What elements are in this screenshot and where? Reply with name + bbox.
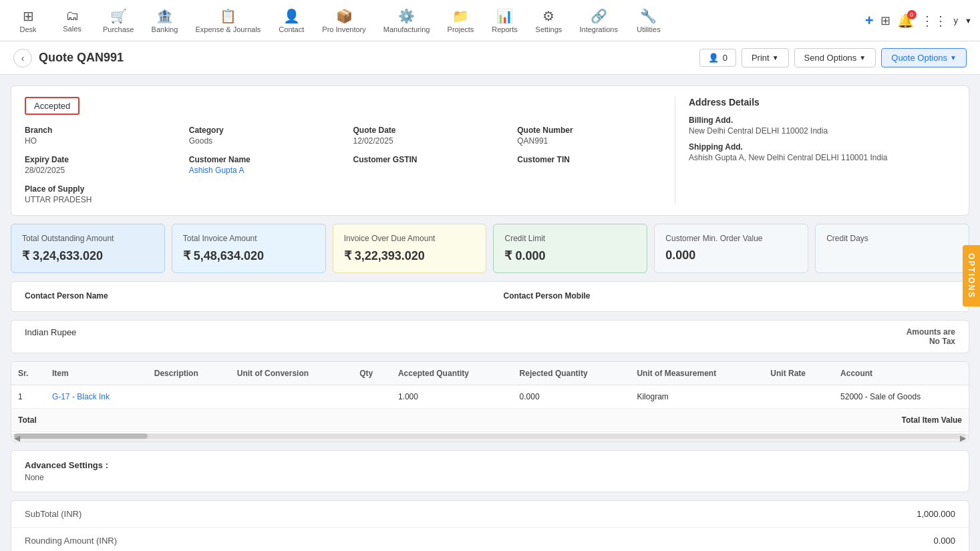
nav-banking-label: Banking <box>152 25 178 33</box>
person-count: 0 <box>723 53 727 63</box>
table-header-row: Sr. Item Description Unit of Conversion … <box>11 362 969 385</box>
col-accepted-qty: Accepted Quantity <box>391 362 513 385</box>
nav-purchase-label: Purchase <box>103 25 134 33</box>
notification-btn[interactable]: 🔔 0 <box>897 13 914 29</box>
nav-settings-label: Settings <box>536 25 562 33</box>
nav-desk-label: Desk <box>19 25 36 33</box>
row-sr: 1 <box>11 385 45 409</box>
nav-projects[interactable]: 📁 Projects <box>440 4 480 37</box>
desk-icon: ⊞ <box>23 8 34 24</box>
col-sr: Sr. <box>11 362 45 385</box>
shipping-value: Ashish Gupta A, New Delhi Central DELHI … <box>689 153 955 162</box>
scrollbar-track <box>14 433 966 439</box>
customer-gstin-field: Customer GSTIN <box>353 155 511 175</box>
col-description: Description <box>148 362 230 385</box>
table-scrollbar[interactable]: ◀ ▶ <box>11 433 969 441</box>
quote-date-field: Quote Date 12/02/2025 <box>353 126 511 146</box>
send-options-chevron: ▼ <box>859 54 866 61</box>
scroll-left-arrow[interactable]: ◀ <box>11 433 23 442</box>
scroll-right-arrow[interactable]: ▶ <box>957 433 969 442</box>
page-header-right: 👤 0 Print ▼ Send Options ▼ Quote Options… <box>699 48 967 67</box>
nav-desk[interactable]: ⊞ Desk <box>8 4 48 37</box>
settings-icon: ⚙ <box>542 8 554 24</box>
customer-name-value[interactable]: Ashish Gupta A <box>189 166 347 175</box>
card-invoice-overdue-label: Invoice Over Due Amount <box>344 234 476 243</box>
nav-purchase[interactable]: 🛒 Purchase <box>96 4 140 37</box>
nav-expense[interactable]: 📋 Expense & Journals <box>188 4 267 37</box>
top-nav: ⊞ Desk 🗂 Sales 🛒 Purchase 🏦 Banking 📋 Ex… <box>0 0 980 41</box>
item-link[interactable]: G-17 - Black Ink <box>52 392 110 401</box>
nav-utilities[interactable]: 🔧 Utilities <box>629 4 669 37</box>
address-title: Address Details <box>689 97 955 108</box>
quote-number-label: Quote Number <box>517 126 675 135</box>
rounding-value: 0.000 <box>933 536 955 546</box>
grid-icon[interactable]: ⊞ <box>880 13 890 28</box>
back-button[interactable]: ‹ <box>13 49 32 67</box>
nav-contact[interactable]: 👤 Contact <box>271 4 311 37</box>
manufacturing-icon: ⚙️ <box>398 8 415 24</box>
contact-person-mobile-label: Contact Person Mobile <box>504 291 956 301</box>
currency-row: Indian Rupee Amounts are No Tax <box>11 320 969 353</box>
expiry-date-label: Expiry Date <box>25 155 182 164</box>
card-total-invoice-value: ₹ 5,48,634.020 <box>183 248 315 263</box>
sales-icon: 🗂 <box>65 8 79 23</box>
nav-items: ⊞ Desk 🗂 Sales 🛒 Purchase 🏦 Banking 📋 Ex… <box>8 4 669 37</box>
send-options-button[interactable]: Send Options ▼ <box>794 48 876 67</box>
integrations-icon: 🔗 <box>591 8 607 24</box>
quote-options-button[interactable]: Quote Options ▼ <box>881 48 967 67</box>
nav-manufacturing[interactable]: ⚙️ Manufacturing <box>377 4 437 37</box>
add-button[interactable]: + <box>865 12 874 29</box>
items-table-section: Sr. Item Description Unit of Conversion … <box>11 361 969 442</box>
branch-field: Branch HO <box>25 126 182 146</box>
apps-icon[interactable]: ⋮⋮ <box>921 13 947 29</box>
row-qty <box>353 385 391 409</box>
nav-integrations[interactable]: 🔗 Integrations <box>573 4 624 37</box>
place-of-supply-label: Place of Supply <box>25 184 182 194</box>
category-label: Category <box>189 126 347 135</box>
card-total-invoice: Total Invoice Amount ₹ 5,48,634.020 <box>172 224 326 273</box>
left-panel: Accepted Branch HO Category Goods Quote … <box>25 97 675 204</box>
billing-value: New Delhi Central DELHI 110002 India <box>689 126 955 136</box>
purchase-icon: 🛒 <box>110 8 127 24</box>
category-value: Goods <box>189 136 347 146</box>
category-field: Category Goods <box>189 126 347 146</box>
options-tab[interactable]: OPTIONS <box>963 244 980 306</box>
print-button[interactable]: Print ▼ <box>742 48 789 67</box>
main-content: Accepted Branch HO Category Goods Quote … <box>0 75 980 551</box>
nav-pro-inventory[interactable]: 📦 Pro Inventory <box>315 4 372 37</box>
card-invoice-overdue-value: ₹ 3,22,393.020 <box>344 248 476 263</box>
card-min-order: Customer Min. Order Value 0.000 <box>654 224 808 273</box>
card-credit-limit-value: ₹ 0.000 <box>504 248 636 263</box>
nav-sales[interactable]: 🗂 Sales <box>52 4 92 37</box>
nav-reports[interactable]: 📊 Reports <box>484 4 524 37</box>
currency-name: Indian Rupee <box>25 327 76 337</box>
user-chevron[interactable]: ▼ <box>965 17 972 25</box>
customer-gstin-label: Customer GSTIN <box>353 155 511 164</box>
page-header-left: ‹ Quote QAN991 <box>13 49 124 67</box>
row-unit-conversion <box>230 385 353 409</box>
quote-options-chevron: ▼ <box>950 54 957 61</box>
advanced-settings-section: Advanced Settings : None <box>11 450 969 492</box>
totals-section: SubTotal (INR) 1,000.000 Rounding Amount… <box>11 500 969 551</box>
row-item[interactable]: G-17 - Black Ink <box>45 385 148 409</box>
row-accepted-qty: 1.000 <box>391 385 513 409</box>
row-description <box>148 385 230 409</box>
scrollbar-thumb[interactable] <box>14 433 148 439</box>
customer-name-label: Customer Name <box>189 155 347 164</box>
projects-icon: 📁 <box>452 8 469 24</box>
amounts-note: Amounts are No Tax <box>907 327 955 346</box>
quote-number-value: QAN991 <box>517 136 675 146</box>
advanced-title: Advanced Settings : <box>25 460 955 470</box>
nav-contact-label: Contact <box>279 25 304 33</box>
card-credit-days: Credit Days <box>815 224 969 273</box>
col-qty: Qty <box>353 362 391 385</box>
nav-settings[interactable]: ⚙ Settings <box>528 4 568 37</box>
expiry-date-value: 28/02/2025 <box>25 166 182 175</box>
nav-banking[interactable]: 🏦 Banking <box>144 4 184 37</box>
right-panel: Address Details Billing Add. New Delhi C… <box>675 97 955 204</box>
nav-sales-label: Sales <box>63 25 81 33</box>
person-count-button[interactable]: 👤 0 <box>699 49 736 67</box>
customer-tin-field: Customer TIN <box>517 155 675 175</box>
rounding-row: Rounding Amount (INR) 0.000 <box>11 528 969 551</box>
billing-label: Billing Add. <box>689 116 955 125</box>
